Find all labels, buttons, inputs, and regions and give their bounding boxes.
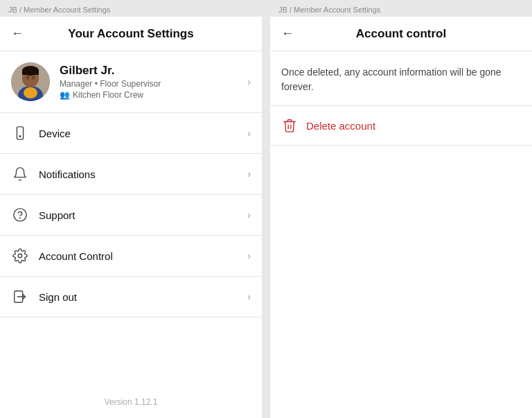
delete-account-label: Delete account — [306, 120, 375, 132]
svg-point-11 — [20, 218, 21, 218]
menu-item-notifications[interactable]: Notifications › — [0, 154, 262, 195]
svg-point-9 — [19, 136, 21, 137]
right-breadcrumb: JB / Member Account Settings — [270, 0, 532, 17]
bell-icon — [11, 165, 29, 183]
profile-info: Gilbert Jr. Manager • Floor Supervisor 👥… — [60, 64, 247, 100]
svg-point-2 — [24, 87, 37, 98]
menu-label-notifications: Notifications — [39, 168, 247, 180]
svg-point-5 — [32, 76, 35, 80]
help-circle-icon — [11, 206, 29, 224]
menu-item-support[interactable]: Support › — [0, 195, 262, 236]
menu-label-sign-out: Sign out — [39, 291, 247, 303]
menu-label-device: Device — [39, 128, 247, 139]
left-breadcrumb: JB / Member Account Settings — [0, 0, 262, 17]
team-icon: 👥 — [60, 90, 70, 100]
sign-out-icon — [11, 288, 29, 306]
svg-point-4 — [26, 76, 29, 80]
right-back-button[interactable]: ← — [281, 26, 294, 41]
profile-role: Manager • Floor Supervisor — [60, 79, 247, 89]
svg-rect-7 — [22, 71, 39, 75]
menu-item-account-control[interactable]: Account Control › — [0, 236, 262, 277]
trash-icon — [281, 117, 298, 134]
right-header-title: Account control — [299, 27, 503, 41]
svg-rect-8 — [17, 127, 23, 139]
menu-label-support: Support — [39, 209, 247, 221]
profile-name: Gilbert Jr. — [60, 64, 247, 78]
right-empty-space — [270, 146, 532, 418]
right-screen: ← Account control Once deleted, any acco… — [270, 17, 532, 418]
right-header: ← Account control — [270, 17, 532, 51]
svg-point-10 — [14, 209, 26, 221]
profile-chevron: › — [247, 76, 251, 87]
menu-item-device[interactable]: Device › — [0, 113, 262, 154]
profile-section[interactable]: Gilbert Jr. Manager • Floor Supervisor 👥… — [0, 51, 262, 113]
account-control-description: Once deleted, any account information wi… — [281, 67, 502, 92]
right-panel: JB / Member Account Settings ← Account c… — [270, 0, 532, 418]
left-back-button[interactable]: ← — [11, 26, 24, 41]
profile-team: 👥 Kitchen Floor Crew — [60, 90, 247, 100]
left-header: ← Your Account Settings — [0, 17, 262, 51]
notifications-chevron: › — [247, 168, 251, 180]
sign-out-chevron: › — [247, 291, 251, 302]
left-screen: ← Your Account Settings — [0, 17, 262, 418]
svg-point-12 — [18, 254, 22, 258]
left-header-title: Your Account Settings — [29, 27, 233, 41]
left-panel: JB / Member Account Settings ← Your Acco… — [0, 0, 262, 418]
support-chevron: › — [247, 209, 251, 220]
delete-account-item[interactable]: Delete account — [270, 106, 532, 146]
avatar — [11, 62, 50, 101]
account-control-chevron: › — [247, 250, 251, 261]
menu-label-account-control: Account Control — [39, 250, 247, 262]
device-chevron: › — [247, 128, 251, 139]
menu-list: Device › Notifications › — [0, 113, 262, 386]
settings-gear-icon — [11, 247, 29, 265]
version-footer: Version 1.12.1 — [0, 386, 262, 418]
menu-item-sign-out[interactable]: Sign out › — [0, 277, 262, 317]
device-icon — [11, 124, 29, 142]
account-control-info: Once deleted, any account information wi… — [270, 51, 532, 106]
